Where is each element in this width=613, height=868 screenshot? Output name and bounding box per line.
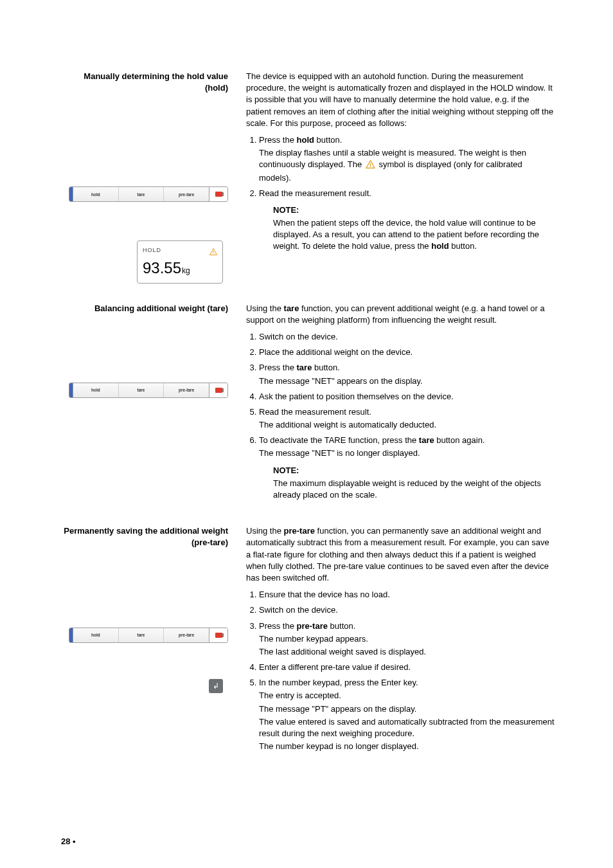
note-label: NOTE:: [273, 465, 555, 476]
hold-intro-text: The device is equipped with an autohold …: [246, 71, 555, 129]
device-hold-button: hold: [73, 628, 119, 642]
recording-indicator-icon: [215, 633, 222, 638]
heading-hold: Manually determining the hold value (hol…: [61, 71, 228, 94]
warning-icon: !: [209, 247, 217, 254]
tare-step-6: To deactivate the TARE function, press t…: [259, 435, 555, 459]
pretare-step-1: Ensure that the device has no load.: [259, 589, 555, 601]
device-indicator-zone: [209, 383, 227, 397]
pretare-step-3: Press the pre-tare button. The number ke…: [259, 620, 555, 658]
device-tare-button: tare: [119, 383, 164, 397]
recording-indicator-icon: [215, 388, 222, 393]
hold-display-label: HOLD: [143, 246, 161, 255]
tare-step-4: Ask the patient to position themselves o…: [259, 391, 555, 402]
hold-step-1: Press the hold button. The display flash…: [259, 134, 555, 184]
device-indicator-zone: [209, 187, 227, 201]
hold-note: NOTE: When the patient steps off the dev…: [273, 204, 555, 253]
enter-arrow-icon: ↲: [213, 682, 219, 690]
hold-display-unit: kg: [182, 266, 190, 275]
heading-pretare: Permanently saving the additional weight…: [61, 525, 228, 548]
section-pretare: Permanently saving the additional weight…: [61, 525, 555, 756]
pretare-step-5: In the number keypad, press the Enter ke…: [259, 677, 555, 752]
device-tare-button: tare: [119, 628, 164, 642]
recording-indicator-icon: [215, 192, 222, 197]
device-tare-button: tare: [119, 187, 164, 201]
tare-step-2: Place the additional weight on the devic…: [259, 347, 555, 358]
device-hold-button: hold: [73, 383, 119, 397]
note-label: NOTE:: [273, 204, 555, 216]
device-bar-hold: hold tare pre-tare: [69, 186, 228, 202]
warning-icon: !: [366, 160, 375, 172]
device-pretare-button: pre-tare: [164, 383, 209, 397]
hold-step-1-sub: The display flashes until a stable weigh…: [259, 147, 555, 184]
tare-step-3: Press the tare button. The message "NET"…: [259, 362, 555, 386]
hold-display: HOLD ! 93.55kg: [137, 240, 223, 283]
device-hold-button: hold: [73, 187, 119, 201]
device-bar-tare: hold tare pre-tare: [69, 383, 228, 398]
device-indicator-zone: [209, 628, 227, 642]
section-tare: Balancing additional weight (tare) hold …: [61, 303, 555, 507]
tare-step-1: Switch on the device.: [259, 331, 555, 343]
pretare-step-2: Switch on the device.: [259, 604, 555, 616]
svg-text:!: !: [213, 250, 214, 255]
tare-intro-text: Using the tare function, you can prevent…: [246, 303, 555, 326]
section-hold: Manually determining the hold value (hol…: [61, 71, 555, 284]
tare-note: NOTE: The maximum displayable weight is …: [273, 465, 555, 502]
enter-key: ↲: [209, 679, 223, 693]
hold-display-value: 93.55: [143, 259, 181, 276]
tare-step-5: Read the measurement result. The additio…: [259, 406, 555, 431]
device-pretare-button: pre-tare: [164, 628, 209, 642]
device-bar-pretare: hold tare pre-tare: [69, 628, 228, 643]
hold-step-2: Read the measurement result.: [259, 188, 555, 199]
device-pretare-button: pre-tare: [164, 187, 209, 201]
pretare-step-4: Enter a different pre-tare value if desi…: [259, 662, 555, 673]
page-number: 28 •: [61, 836, 76, 847]
heading-tare: Balancing additional weight (tare): [94, 303, 228, 314]
pretare-intro-text: Using the pre-tare function, you can per…: [246, 525, 555, 584]
svg-text:!: !: [369, 163, 371, 168]
